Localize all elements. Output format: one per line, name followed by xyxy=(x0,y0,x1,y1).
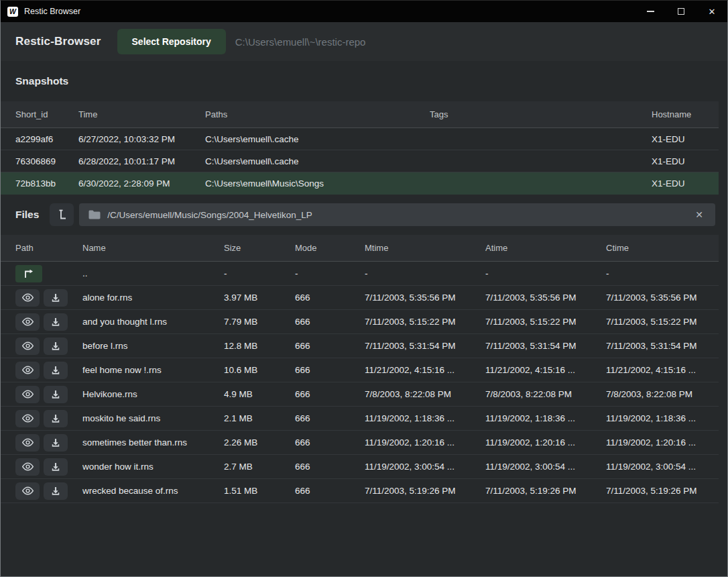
preview-file-button[interactable] xyxy=(15,458,40,476)
download-file-button[interactable] xyxy=(44,337,68,355)
snapshot-row[interactable]: a2299af6 6/27/2022, 10:03:32 PM C:\Users… xyxy=(1,128,719,150)
file-mtime: 7/11/2003, 5:19:26 PM xyxy=(365,486,485,496)
files-table-body: alone for.rns 3.97 MB 666 7/11/2003, 5:3… xyxy=(1,286,727,503)
files-toolbar: Files /C/Users/emuell/Music/Songs/2004_H… xyxy=(1,195,727,235)
file-mode: 666 xyxy=(295,293,365,303)
preview-file-button[interactable] xyxy=(15,289,40,307)
eye-icon xyxy=(22,317,34,326)
maximize-button[interactable] xyxy=(666,1,696,22)
file-mode: 666 xyxy=(295,365,365,375)
file-atime: 11/19/2002, 1:18:36 ... xyxy=(485,413,606,423)
download-icon xyxy=(51,366,60,375)
file-size: 2.26 MB xyxy=(224,437,295,448)
file-ctime: 11/19/2002, 1:20:16 ... xyxy=(606,437,719,448)
download-icon xyxy=(51,317,60,327)
file-ctime: 7/11/2003, 5:15:22 PM xyxy=(606,317,719,327)
app-header: Restic-Browser Select Repository C:\User… xyxy=(1,22,727,61)
parent-directory-row: .. - - - - - xyxy=(1,262,719,286)
column-header-mtime: Mtime xyxy=(365,243,485,253)
empty-area xyxy=(1,503,727,576)
go-to-parent-button[interactable] xyxy=(15,265,42,282)
snapshot-row[interactable]: 72b813bb 6/30/2022, 2:28:09 PM C:\Users\… xyxy=(1,172,719,195)
snapshot-time: 6/30/2022, 2:28:09 PM xyxy=(78,178,205,189)
file-atime: 7/11/2003, 5:35:56 PM xyxy=(485,293,606,303)
download-file-button[interactable] xyxy=(44,362,68,379)
clear-path-button[interactable]: ✕ xyxy=(692,209,706,221)
repository-path-field[interactable]: C:\Users\emuell\~\restic-repo xyxy=(235,36,366,48)
preview-file-button[interactable] xyxy=(15,482,40,500)
download-file-button[interactable] xyxy=(44,434,68,452)
snapshot-time: 6/27/2022, 10:03:32 PM xyxy=(78,134,205,144)
snapshot-root-button[interactable] xyxy=(50,203,74,226)
file-atime: 11/19/2002, 3:00:54 ... xyxy=(485,462,606,472)
download-file-button[interactable] xyxy=(44,458,68,476)
file-size: 7.79 MB xyxy=(224,317,295,327)
app-window: W Restic Browser ✕ Restic-Browser Select… xyxy=(0,0,728,577)
download-icon xyxy=(51,293,60,303)
column-header-hostname: Hostname xyxy=(652,109,719,119)
preview-file-button[interactable] xyxy=(15,410,40,427)
eye-icon xyxy=(22,293,34,302)
download-file-button[interactable] xyxy=(44,482,68,500)
snapshot-paths: C:\Users\emuell\.cache xyxy=(205,156,430,166)
preview-file-button[interactable] xyxy=(15,362,40,379)
preview-file-button[interactable] xyxy=(15,313,40,331)
file-atime: - xyxy=(485,268,606,278)
parent-directory-icon xyxy=(23,269,35,278)
select-repository-button[interactable]: Select Repository xyxy=(117,29,226,54)
column-header-path: Path xyxy=(15,243,82,253)
app-title: Restic-Browser xyxy=(15,35,101,48)
file-mode: 666 xyxy=(295,389,365,399)
file-name: and you thought l.rns xyxy=(82,317,224,327)
preview-file-button[interactable] xyxy=(15,434,40,452)
file-name: wonder how it.rns xyxy=(82,462,224,472)
files-path-field[interactable]: /C/Users/emuell/Music/Songs/2004_Helveti… xyxy=(79,203,715,226)
file-mode: 666 xyxy=(295,462,365,472)
file-mtime: 11/19/2002, 1:18:36 ... xyxy=(365,413,485,423)
file-ctime: 11/21/2002, 4:15:16 ... xyxy=(606,365,719,375)
file-mode: - xyxy=(295,268,365,278)
file-mode: 666 xyxy=(295,486,365,496)
file-name: moskito he said.rns xyxy=(82,413,224,423)
eye-icon xyxy=(22,438,34,447)
file-row: Helvikone.rns 4.9 MB 666 7/8/2003, 8:22:… xyxy=(1,382,719,407)
column-header-short-id: Short_id xyxy=(15,109,78,119)
file-row: wonder how it.rns 2.7 MB 666 11/19/2002,… xyxy=(1,455,719,479)
file-atime: 11/21/2002, 4:15:16 ... xyxy=(485,365,606,375)
preview-file-button[interactable] xyxy=(15,386,40,403)
snapshot-hostname: X1-EDU xyxy=(652,156,719,166)
file-row: alone for.rns 3.97 MB 666 7/11/2003, 5:3… xyxy=(1,286,719,310)
close-button[interactable]: ✕ xyxy=(696,1,727,22)
window-title: Restic Browser xyxy=(24,7,80,16)
file-size: 12.8 MB xyxy=(224,341,295,351)
file-atime: 11/19/2002, 1:20:16 ... xyxy=(485,437,606,448)
snapshot-time: 6/28/2022, 10:01:17 PM xyxy=(78,156,205,166)
files-heading: Files xyxy=(15,209,39,221)
file-mode: 666 xyxy=(295,317,365,327)
file-mtime: - xyxy=(365,268,485,278)
file-ctime: - xyxy=(606,268,719,278)
clear-icon: ✕ xyxy=(695,209,703,220)
file-row: sometimes better than.rns 2.26 MB 666 11… xyxy=(1,431,719,455)
file-name: wrecked because of.rns xyxy=(82,486,224,496)
window-controls: ✕ xyxy=(635,1,727,22)
file-mtime: 7/11/2003, 5:15:22 PM xyxy=(365,317,485,327)
snapshot-paths: C:\Users\emuell\.cache xyxy=(205,134,430,144)
minimize-icon xyxy=(647,11,654,12)
download-file-button[interactable] xyxy=(44,386,68,403)
column-header-time: Time xyxy=(78,109,205,119)
eye-icon xyxy=(22,390,34,399)
file-name: .. xyxy=(82,268,224,278)
eye-icon xyxy=(22,486,34,495)
titlebar: W Restic Browser ✕ xyxy=(1,1,727,22)
download-file-button[interactable] xyxy=(44,410,68,427)
file-atime: 7/11/2003, 5:19:26 PM xyxy=(485,486,606,496)
download-file-button[interactable] xyxy=(44,313,68,331)
snapshot-row[interactable]: 76306869 6/28/2022, 10:01:17 PM C:\Users… xyxy=(1,150,719,172)
snapshot-paths: C:\Users\emuell\Music\Songs xyxy=(205,178,430,189)
file-name: Helvikone.rns xyxy=(82,389,224,399)
preview-file-button[interactable] xyxy=(15,337,40,355)
minimize-button[interactable] xyxy=(635,1,666,22)
download-file-button[interactable] xyxy=(44,289,68,307)
close-icon: ✕ xyxy=(709,7,716,16)
